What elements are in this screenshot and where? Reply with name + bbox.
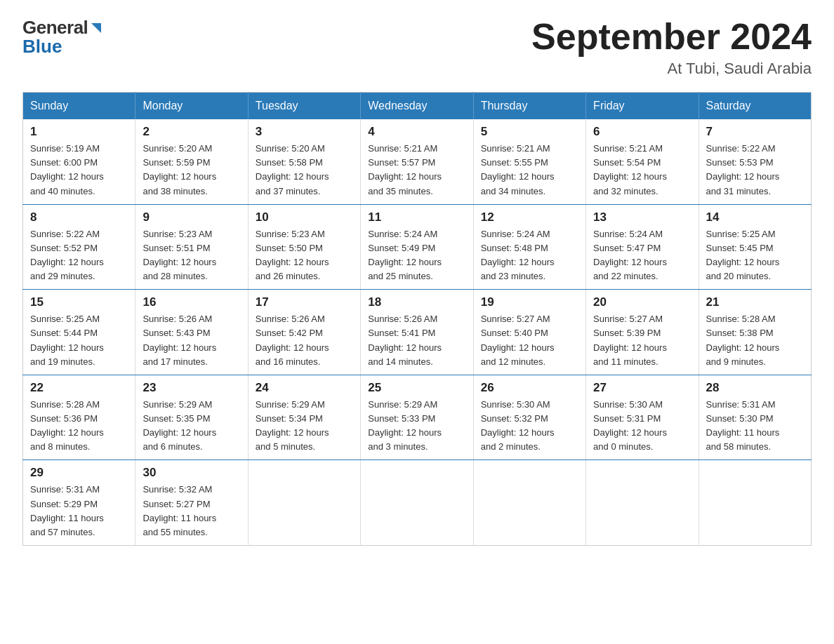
day-number: 27 (593, 381, 691, 395)
day-info: Sunrise: 5:31 AMSunset: 5:30 PMDaylight:… (706, 399, 780, 452)
day-info: Sunrise: 5:28 AMSunset: 5:36 PMDaylight:… (30, 399, 104, 452)
day-number: 18 (368, 295, 465, 309)
calendar-cell: 1 Sunrise: 5:19 AMSunset: 6:00 PMDayligh… (23, 119, 135, 204)
day-info: Sunrise: 5:27 AMSunset: 5:40 PMDaylight:… (481, 314, 555, 366)
day-number: 11 (368, 210, 465, 224)
day-info: Sunrise: 5:24 AMSunset: 5:48 PMDaylight:… (481, 229, 555, 281)
day-info: Sunrise: 5:22 AMSunset: 5:53 PMDaylight:… (706, 143, 780, 196)
day-number: 25 (368, 381, 465, 395)
day-number: 21 (706, 295, 804, 309)
header-day-friday: Friday (586, 93, 699, 120)
calendar-cell: 9 Sunrise: 5:23 AMSunset: 5:51 PMDayligh… (135, 204, 248, 290)
calendar-cell (699, 460, 811, 546)
day-number: 28 (706, 381, 804, 395)
calendar-cell: 4 Sunrise: 5:21 AMSunset: 5:57 PMDayligh… (361, 119, 473, 204)
day-info: Sunrise: 5:21 AMSunset: 5:55 PMDaylight:… (481, 143, 555, 196)
calendar-cell: 15 Sunrise: 5:25 AMSunset: 5:44 PMDaylig… (23, 290, 135, 375)
day-number: 6 (593, 125, 691, 139)
calendar-cell: 3 Sunrise: 5:20 AMSunset: 5:58 PMDayligh… (248, 119, 360, 204)
day-info: Sunrise: 5:29 AMSunset: 5:33 PMDaylight:… (368, 399, 442, 452)
day-number: 3 (256, 125, 353, 139)
day-number: 19 (481, 295, 578, 309)
location-title: At Tubi, Saudi Arabia (531, 60, 812, 78)
day-number: 23 (143, 381, 240, 395)
day-info: Sunrise: 5:24 AMSunset: 5:47 PMDaylight:… (593, 229, 667, 281)
day-info: Sunrise: 5:31 AMSunset: 5:29 PMDaylight:… (30, 484, 104, 537)
calendar-cell (248, 460, 360, 546)
day-info: Sunrise: 5:29 AMSunset: 5:35 PMDaylight:… (143, 399, 216, 452)
header-day-wednesday: Wednesday (361, 93, 473, 120)
day-info: Sunrise: 5:20 AMSunset: 5:58 PMDaylight:… (256, 143, 329, 196)
day-number: 16 (143, 295, 240, 309)
day-number: 26 (481, 381, 578, 395)
day-number: 29 (30, 466, 128, 480)
calendar-cell: 8 Sunrise: 5:22 AMSunset: 5:52 PMDayligh… (23, 204, 135, 290)
day-number: 14 (706, 210, 804, 224)
calendar-cell: 20 Sunrise: 5:27 AMSunset: 5:39 PMDaylig… (586, 290, 699, 375)
day-info: Sunrise: 5:26 AMSunset: 5:41 PMDaylight:… (368, 314, 442, 366)
day-info: Sunrise: 5:23 AMSunset: 5:50 PMDaylight:… (256, 229, 329, 281)
day-number: 13 (593, 210, 691, 224)
day-number: 9 (143, 210, 240, 224)
day-number: 2 (143, 125, 240, 139)
day-info: Sunrise: 5:21 AMSunset: 5:57 PMDaylight:… (368, 143, 442, 196)
day-number: 7 (706, 125, 804, 139)
calendar-cell: 10 Sunrise: 5:23 AMSunset: 5:50 PMDaylig… (248, 204, 360, 290)
calendar-cell: 7 Sunrise: 5:22 AMSunset: 5:53 PMDayligh… (699, 119, 811, 204)
logo: General Blue (22, 17, 104, 58)
day-number: 1 (30, 125, 128, 139)
calendar-week-row: 8 Sunrise: 5:22 AMSunset: 5:52 PMDayligh… (23, 204, 812, 290)
day-number: 24 (256, 381, 353, 395)
calendar-cell (361, 460, 473, 546)
calendar-table: SundayMondayTuesdayWednesdayThursdayFrid… (22, 92, 812, 546)
calendar-week-row: 22 Sunrise: 5:28 AMSunset: 5:36 PMDaylig… (23, 375, 812, 460)
day-number: 5 (481, 125, 578, 139)
calendar-week-row: 15 Sunrise: 5:25 AMSunset: 5:44 PMDaylig… (23, 290, 812, 375)
calendar-week-row: 1 Sunrise: 5:19 AMSunset: 6:00 PMDayligh… (23, 119, 812, 204)
calendar-cell: 25 Sunrise: 5:29 AMSunset: 5:33 PMDaylig… (361, 375, 473, 460)
title-area: September 2024 At Tubi, Saudi Arabia (531, 17, 812, 78)
day-number: 10 (256, 210, 353, 224)
header-day-sunday: Sunday (23, 93, 135, 120)
header-day-monday: Monday (135, 93, 248, 120)
calendar-cell: 29 Sunrise: 5:31 AMSunset: 5:29 PMDaylig… (23, 460, 135, 546)
calendar-header-row: SundayMondayTuesdayWednesdayThursdayFrid… (23, 93, 812, 120)
day-info: Sunrise: 5:29 AMSunset: 5:34 PMDaylight:… (256, 399, 329, 452)
logo-blue-text: Blue (22, 36, 104, 58)
calendar-cell: 11 Sunrise: 5:24 AMSunset: 5:49 PMDaylig… (361, 204, 473, 290)
calendar-cell (586, 460, 699, 546)
calendar-cell: 30 Sunrise: 5:32 AMSunset: 5:27 PMDaylig… (135, 460, 248, 546)
calendar-cell: 6 Sunrise: 5:21 AMSunset: 5:54 PMDayligh… (586, 119, 699, 204)
page-header: General Blue September 2024 At Tubi, Sau… (22, 17, 812, 78)
calendar-cell: 19 Sunrise: 5:27 AMSunset: 5:40 PMDaylig… (473, 290, 585, 375)
calendar-cell: 21 Sunrise: 5:28 AMSunset: 5:38 PMDaylig… (699, 290, 811, 375)
calendar-cell: 16 Sunrise: 5:26 AMSunset: 5:43 PMDaylig… (135, 290, 248, 375)
month-title: September 2024 (531, 17, 812, 57)
svg-marker-0 (91, 23, 101, 33)
header-day-tuesday: Tuesday (248, 93, 360, 120)
calendar-week-row: 29 Sunrise: 5:31 AMSunset: 5:29 PMDaylig… (23, 460, 812, 546)
calendar-cell: 24 Sunrise: 5:29 AMSunset: 5:34 PMDaylig… (248, 375, 360, 460)
day-info: Sunrise: 5:27 AMSunset: 5:39 PMDaylight:… (593, 314, 667, 366)
day-number: 12 (481, 210, 578, 224)
day-info: Sunrise: 5:24 AMSunset: 5:49 PMDaylight:… (368, 229, 442, 281)
day-info: Sunrise: 5:32 AMSunset: 5:27 PMDaylight:… (143, 484, 216, 537)
calendar-cell: 28 Sunrise: 5:31 AMSunset: 5:30 PMDaylig… (699, 375, 811, 460)
day-info: Sunrise: 5:19 AMSunset: 6:00 PMDaylight:… (30, 143, 104, 196)
calendar-cell: 12 Sunrise: 5:24 AMSunset: 5:48 PMDaylig… (473, 204, 585, 290)
calendar-cell: 14 Sunrise: 5:25 AMSunset: 5:45 PMDaylig… (699, 204, 811, 290)
day-number: 4 (368, 125, 465, 139)
day-info: Sunrise: 5:23 AMSunset: 5:51 PMDaylight:… (143, 229, 216, 281)
day-info: Sunrise: 5:20 AMSunset: 5:59 PMDaylight:… (143, 143, 216, 196)
calendar-cell: 22 Sunrise: 5:28 AMSunset: 5:36 PMDaylig… (23, 375, 135, 460)
day-number: 17 (256, 295, 353, 309)
header-day-saturday: Saturday (699, 93, 811, 120)
day-info: Sunrise: 5:28 AMSunset: 5:38 PMDaylight:… (706, 314, 780, 366)
day-number: 8 (30, 210, 128, 224)
day-info: Sunrise: 5:25 AMSunset: 5:45 PMDaylight:… (706, 229, 780, 281)
day-info: Sunrise: 5:25 AMSunset: 5:44 PMDaylight:… (30, 314, 104, 366)
day-info: Sunrise: 5:30 AMSunset: 5:32 PMDaylight:… (481, 399, 555, 452)
day-info: Sunrise: 5:26 AMSunset: 5:42 PMDaylight:… (256, 314, 329, 366)
calendar-cell: 17 Sunrise: 5:26 AMSunset: 5:42 PMDaylig… (248, 290, 360, 375)
day-info: Sunrise: 5:26 AMSunset: 5:43 PMDaylight:… (143, 314, 216, 366)
